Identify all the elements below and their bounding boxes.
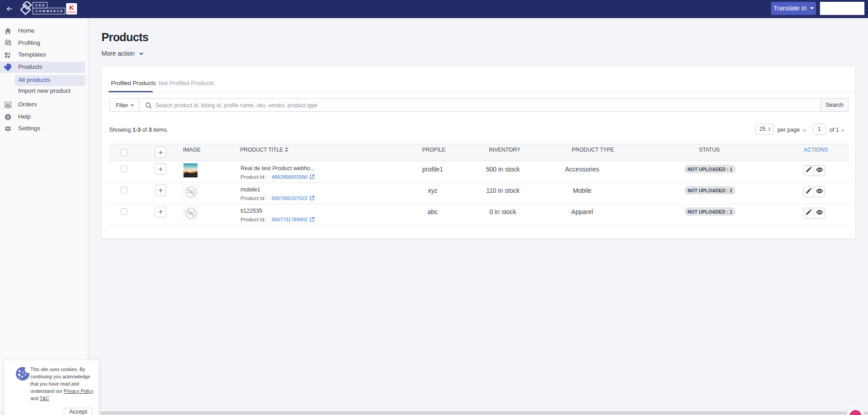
svg-text:K: K	[69, 4, 74, 11]
svg-text:?: ?	[6, 114, 9, 119]
svg-text:CED: CED	[35, 4, 46, 7]
svg-text:COMMERCE: COMMERCE	[35, 10, 63, 13]
svg-text:Kaufland: Kaufland	[68, 11, 76, 13]
